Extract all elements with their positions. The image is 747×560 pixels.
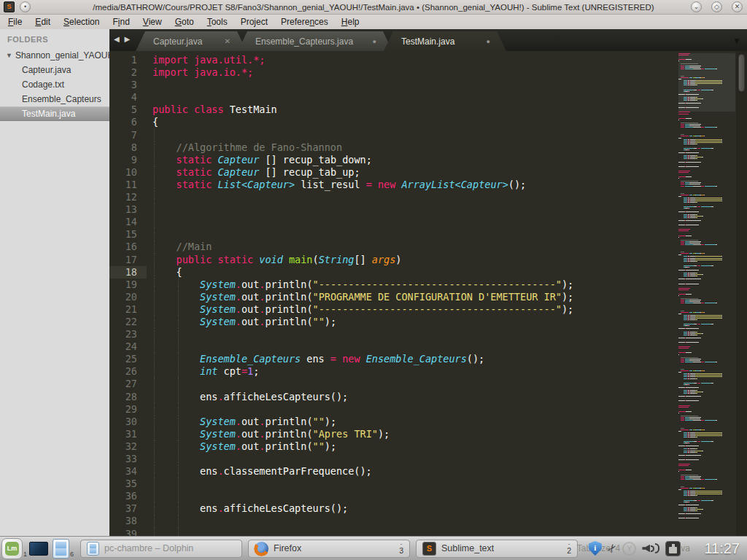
- menu-find[interactable]: Find: [106, 15, 136, 28]
- code-line-30[interactable]: 30 System.out.println("");: [109, 416, 573, 428]
- code-line-18[interactable]: 18 {: [109, 266, 573, 279]
- desktop: S • /media/BATHROW/Cours/PROJET S8/Fano3…: [0, 0, 747, 560]
- line-number: 39: [109, 528, 147, 536]
- code-line-36[interactable]: 36: [109, 490, 573, 502]
- code-line-8[interactable]: 8 //Algorithme de Fano-Shannon: [109, 141, 573, 154]
- security-shield-icon[interactable]: i: [589, 541, 602, 556]
- tab-Ensemble_Capteurs.java[interactable]: Ensemble_Capteurs.java●: [238, 31, 392, 51]
- maximize-button[interactable]: ◇: [711, 1, 722, 12]
- scrollbar[interactable]: [736, 51, 747, 536]
- menu-selection[interactable]: Selection: [57, 15, 106, 28]
- scrollbar-thumb[interactable]: [738, 54, 745, 92]
- code-line-29[interactable]: 29: [109, 403, 573, 416]
- taskbar-button-firefox[interactable]: Firefoxˆ3: [248, 540, 410, 558]
- line-number: 33: [109, 453, 147, 465]
- code-line-6[interactable]: 6{: [109, 116, 573, 128]
- minimize-button[interactable]: ⌄: [691, 1, 702, 12]
- code-line-35[interactable]: 35: [109, 478, 573, 490]
- code-editor[interactable]: 1import java.util.*;2import java.io.*;34…: [109, 51, 747, 536]
- menu-bar: FileEditSelectionFindViewGotoToolsProjec…: [0, 15, 747, 29]
- window-pin-button[interactable]: •: [20, 1, 31, 12]
- minimap[interactable]: [678, 53, 735, 527]
- window-titlebar[interactable]: S • /media/BATHROW/Cours/PROJET S8/Fano3…: [0, 0, 747, 15]
- code-line-38[interactable]: 38: [109, 515, 573, 527]
- minimap-viewport[interactable]: [678, 53, 735, 112]
- sidebar-file-Ensemble_Capteurs[interactable]: Ensemble_Capteurs: [0, 92, 109, 106]
- sidebar-file-Codage.txt[interactable]: Codage.txt: [0, 77, 109, 92]
- code-line-7[interactable]: 7: [109, 129, 573, 141]
- line-number: 27: [109, 378, 147, 390]
- code-line-28[interactable]: 28 ens.afficheLesCapteurs();: [109, 391, 573, 403]
- line-content: System.out.println("--------------------…: [147, 279, 573, 291]
- code-line-1[interactable]: 1import java.util.*;: [109, 54, 573, 66]
- line-content: ens.classementParFrequence();: [147, 465, 372, 478]
- code-line-19[interactable]: 19 System.out.println("-----------------…: [109, 279, 573, 291]
- code-line-15[interactable]: 15: [109, 228, 573, 241]
- line-content: static Capteur [] recup_tab_down;: [147, 154, 372, 166]
- code-line-20[interactable]: 20 System.out.println("PROGRAMME DE CONF…: [109, 291, 573, 303]
- line-content: [147, 515, 152, 527]
- code-line-22[interactable]: 22 System.out.println("");: [109, 316, 573, 328]
- code-line-33[interactable]: 33: [109, 453, 573, 465]
- line-number: 12: [109, 191, 147, 203]
- line-number: 6: [109, 116, 147, 128]
- code-line-2[interactable]: 2import java.io.*;: [109, 66, 573, 79]
- menu-view[interactable]: View: [136, 15, 169, 28]
- code-line-24[interactable]: 24: [109, 341, 573, 353]
- code-line-5[interactable]: 5public class TestMain: [109, 104, 573, 116]
- code-line-27[interactable]: 27: [109, 378, 573, 390]
- usb-device-icon[interactable]: Y: [622, 542, 636, 556]
- code-line-25[interactable]: 25 Ensemble_Capteurs ens = new Ensemble_…: [109, 353, 573, 365]
- taskbar-button-sublime[interactable]: SSublime_textˆ2: [416, 540, 578, 558]
- line-content: import java.util.*;: [147, 54, 265, 66]
- sidebar-file-TestMain.java[interactable]: TestMain.java: [0, 106, 109, 121]
- tab-TestMain.java[interactable]: TestMain.java●: [384, 31, 506, 51]
- menu-goto[interactable]: Goto: [169, 15, 201, 28]
- code-line-12[interactable]: 12: [109, 191, 573, 203]
- file-cabinet-icon[interactable]: [53, 539, 69, 559]
- code-line-39[interactable]: 39: [109, 528, 573, 536]
- tab-scroll-arrows-icon[interactable]: ◀ ▶: [114, 35, 131, 43]
- sidebar-root-folder[interactable]: ▼Shannon_genial_YAOUH: [0, 48, 109, 63]
- code-line-17[interactable]: 17 public static void main(String[] args…: [109, 254, 573, 266]
- code-line-37[interactable]: 37 ens.afficheLesCapteurs();: [109, 502, 573, 515]
- clock[interactable]: 11:27: [704, 540, 740, 557]
- line-content: [147, 216, 152, 228]
- menu-edit[interactable]: Edit: [28, 15, 57, 28]
- taskbar-button-dolphin[interactable]: pc-chambre – Dolphin: [80, 540, 242, 558]
- menu-project[interactable]: Project: [234, 15, 274, 28]
- desktop-pager-icon[interactable]: [29, 542, 48, 556]
- code-line-9[interactable]: 9 static Capteur [] recup_tab_down;: [109, 154, 573, 166]
- code-line-4[interactable]: 4: [109, 91, 573, 104]
- code-line-32[interactable]: 32 System.out.println("");: [109, 440, 573, 453]
- code-line-3[interactable]: 3: [109, 79, 573, 91]
- line-number: 38: [109, 515, 147, 527]
- menu-preferences[interactable]: Preferences: [274, 15, 335, 28]
- close-button[interactable]: ✕: [732, 1, 743, 12]
- code-line-26[interactable]: 26 int cpt=1;: [109, 365, 573, 378]
- menu-file[interactable]: File: [1, 15, 28, 28]
- code-line-34[interactable]: 34 ens.classementParFrequence();: [109, 465, 573, 478]
- code-line-10[interactable]: 10 static Capteur [] recup_tab_up;: [109, 166, 573, 179]
- tab-dirty-icon: ●: [354, 38, 376, 45]
- code-line-23[interactable]: 23: [109, 328, 573, 341]
- line-number: 28: [109, 391, 147, 403]
- menu-tools[interactable]: Tools: [201, 15, 234, 28]
- task-label: Firefox: [274, 543, 301, 553]
- tab-Capteur.java[interactable]: Capteur.java✕: [136, 31, 247, 51]
- code-line-31[interactable]: 31 System.out.println("Apres TRI");: [109, 428, 573, 440]
- code-line-11[interactable]: 11 static List<Capteur> list_resul = new…: [109, 179, 573, 191]
- tab-overflow-icon[interactable]: ▼: [732, 36, 741, 46]
- code-line-13[interactable]: 13: [109, 203, 573, 216]
- volume-icon[interactable]: [642, 543, 659, 553]
- code-line-14[interactable]: 14: [109, 216, 573, 228]
- device-notifier-icon[interactable]: [665, 541, 681, 556]
- line-content: public class TestMain: [147, 104, 277, 116]
- code-line-21[interactable]: 21 System.out.println("-----------------…: [109, 303, 573, 316]
- code-line-16[interactable]: 16 //Main: [109, 241, 573, 253]
- tab-close-icon[interactable]: ✕: [206, 37, 231, 45]
- sidebar-file-Capteur.java[interactable]: Capteur.java: [0, 63, 109, 77]
- menu-help[interactable]: Help: [335, 15, 366, 28]
- mint-menu-button[interactable]: Lm: [1, 538, 23, 559]
- taskbar: Lm 1 6 pc-chambre – DolphinFirefoxˆ3SSub…: [0, 536, 747, 560]
